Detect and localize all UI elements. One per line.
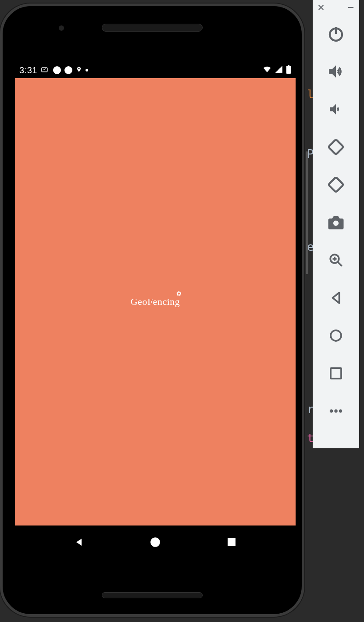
circle-icon: [64, 66, 72, 74]
svg-rect-4: [228, 538, 236, 546]
bottom-speaker: [102, 592, 203, 598]
emulator-home-button[interactable]: [313, 317, 359, 354]
wifi-icon: [262, 65, 272, 75]
toolbar-window-controls: [313, 0, 359, 15]
svg-point-17: [334, 409, 338, 413]
svg-point-14: [331, 330, 341, 341]
location-icon: [76, 65, 82, 76]
zoom-in-button[interactable]: [313, 241, 359, 279]
svg-rect-2: [288, 65, 289, 66]
nav-back-button[interactable]: [74, 537, 84, 549]
dot-icon: [86, 69, 88, 71]
screenshot-button[interactable]: [313, 204, 359, 241]
rotate-right-button[interactable]: [313, 166, 359, 204]
close-icon[interactable]: [317, 4, 325, 13]
emulator-back-button[interactable]: [313, 279, 359, 317]
svg-point-18: [339, 409, 343, 413]
earpiece-speaker: [102, 24, 203, 32]
status-clock: 3:31: [19, 65, 37, 75]
signal-icon: [275, 65, 283, 75]
ide-scrollbar-thumb[interactable]: [306, 151, 308, 274]
emulator-toolbar: [313, 0, 359, 448]
status-right: [262, 65, 291, 76]
minimize-icon[interactable]: [347, 4, 355, 13]
svg-line-11: [338, 262, 342, 266]
svg-rect-15: [331, 368, 341, 379]
status-bar: 3:31: [15, 62, 296, 78]
power-button[interactable]: [313, 15, 359, 53]
battery-icon: [286, 65, 291, 76]
nav-recent-button[interactable]: [226, 537, 237, 549]
emulator-overview-button[interactable]: [313, 354, 359, 392]
volume-down-button[interactable]: [313, 90, 359, 128]
status-left: 3:31: [19, 65, 88, 76]
app-title-text: GeoFencing: [131, 296, 180, 307]
data-saver-icon: [41, 65, 50, 75]
nav-home-button[interactable]: [150, 536, 161, 550]
volume-up-button[interactable]: [313, 53, 359, 90]
device-bezel: 3:31: [7, 11, 297, 610]
emulator-device-frame: 3:31: [0, 4, 304, 617]
svg-rect-1: [286, 66, 291, 74]
svg-point-9: [333, 221, 339, 226]
more-button[interactable]: [313, 392, 359, 430]
front-camera: [59, 25, 64, 31]
rotate-left-button[interactable]: [313, 128, 359, 166]
android-nav-bar: [15, 525, 296, 561]
app-title-decoration-icon: ✿: [176, 290, 182, 297]
circle-icon: [53, 66, 61, 74]
svg-rect-7: [328, 139, 344, 155]
device-screen: 3:31: [15, 62, 296, 561]
app-splash-screen: GeoFencing ✿: [15, 78, 296, 525]
svg-rect-8: [328, 177, 344, 193]
app-title: GeoFencing ✿: [131, 296, 180, 307]
svg-point-3: [150, 537, 160, 547]
svg-point-16: [330, 409, 333, 413]
